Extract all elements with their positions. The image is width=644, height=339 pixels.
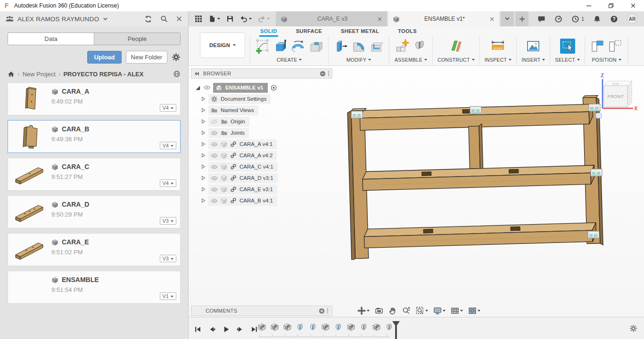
construct-dropdown[interactable]: CONSTRUCT (438, 57, 475, 63)
expand-arrow-icon[interactable] (200, 141, 206, 147)
viewcube[interactable]: Z X TOP FRONT (588, 70, 639, 124)
avatar[interactable]: AR (627, 14, 637, 24)
expand-arrow-icon[interactable] (200, 175, 206, 181)
expand-arrow-icon[interactable] (200, 130, 206, 136)
timeline-feature-link-icon[interactable] (346, 322, 356, 332)
expand-arrow-icon[interactable] (200, 198, 206, 203)
tree-component-cara-a-2[interactable]: CARA_A v4:2 (191, 150, 332, 161)
tree-component-cara-d[interactable]: CARA_D v3:1 (191, 172, 332, 184)
version-dropdown[interactable]: V3 (160, 255, 176, 262)
resize-grip[interactable] (327, 308, 328, 314)
save-button[interactable] (226, 15, 234, 23)
help-icon[interactable] (610, 15, 618, 23)
revolve-icon[interactable] (290, 38, 306, 54)
activate-component-icon[interactable] (270, 84, 277, 91)
timeline-step-forward-button[interactable] (237, 326, 244, 333)
eye-icon[interactable] (211, 163, 218, 170)
tab-data[interactable]: Data (8, 33, 94, 45)
capture-position-icon[interactable] (590, 38, 606, 54)
eye-off-icon[interactable] (211, 118, 218, 125)
insert-dropdown[interactable]: INSERT (521, 57, 545, 63)
timeline-step-back-button[interactable] (208, 326, 215, 333)
tree-component-cara-a-1[interactable]: CARA_A v4:1 (191, 138, 332, 150)
list-item-cara-a[interactable]: CARA_A 9:49:02 PM V4 (8, 82, 181, 115)
tree-component-cara-b[interactable]: CARA_B v4:1 (191, 195, 332, 206)
new-tab-button[interactable] (515, 11, 528, 26)
select-icon[interactable] (560, 38, 576, 54)
eye-icon[interactable] (211, 129, 218, 137)
zoom-button[interactable] (402, 307, 411, 315)
extrude-icon[interactable] (272, 38, 289, 54)
tree-node-origin[interactable]: Origin (191, 116, 332, 127)
fillet-icon[interactable] (351, 38, 367, 54)
comments-icon[interactable] (537, 15, 545, 23)
viewcube-home-icon[interactable] (596, 113, 602, 118)
list-item-cara-e[interactable]: CARA_E 9:51:02 PM V3 (8, 233, 181, 266)
comments-bar[interactable]: COMMENTS (191, 306, 332, 316)
version-dropdown[interactable]: V1 (160, 292, 176, 300)
timeline-feature-joint-icon[interactable] (359, 322, 369, 332)
insert-image-icon[interactable] (525, 38, 541, 54)
assemble-dropdown[interactable]: ASSEMBLE (395, 57, 427, 63)
tree-component-cara-e[interactable]: CARA_E v3:1 (191, 184, 332, 195)
workspace-dropdown[interactable]: DESIGN (200, 32, 245, 58)
expand-arrow-icon[interactable] (200, 164, 206, 170)
new-component-icon[interactable] (394, 38, 410, 54)
tab-surface[interactable]: SURFACE (295, 26, 323, 37)
globe-icon[interactable] (173, 70, 181, 78)
tab-solid[interactable]: SOLID (259, 26, 278, 37)
search-icon[interactable] (160, 15, 168, 23)
eye-icon[interactable] (211, 152, 218, 159)
collapse-arrow-icon[interactable] (195, 85, 201, 91)
expand-arrow-icon[interactable] (200, 153, 206, 158)
timeline-feature-link-icon[interactable] (270, 322, 280, 332)
look-at-button[interactable] (375, 307, 383, 315)
hole-icon[interactable] (307, 38, 323, 54)
create-sketch-icon[interactable] (255, 38, 271, 54)
home-icon[interactable] (8, 71, 15, 78)
expand-arrow-icon[interactable] (200, 107, 206, 113)
team-name[interactable]: ALEX RAMOS RAYMUNDO (17, 16, 99, 23)
app-menu-button[interactable] (195, 15, 202, 23)
doc-tab-cara-e[interactable]: CARA_E v3 (276, 11, 387, 26)
list-item-cara-b[interactable]: CARA_B 9:49:36 PM V4 (8, 120, 181, 153)
tab-list-dropdown[interactable] (501, 11, 514, 26)
timeline-feature-joint-icon[interactable] (333, 322, 343, 332)
timeline-feature-link-icon[interactable] (257, 322, 267, 332)
timeline-feature-link-icon[interactable] (321, 322, 330, 332)
tree-component-cara-c[interactable]: CARA_C v4:1 (191, 161, 332, 172)
job-status-icon[interactable] (554, 15, 562, 23)
tab-sheet-metal[interactable]: SHEET METAL (340, 26, 380, 37)
eye-icon[interactable] (211, 186, 218, 193)
revert-position-icon[interactable] (607, 38, 623, 54)
tree-node-document-settings[interactable]: Document Settings (191, 93, 332, 105)
new-design-button[interactable] (208, 15, 220, 23)
timeline-settings-gear-icon[interactable] (629, 324, 637, 332)
eye-icon[interactable] (211, 175, 218, 182)
tab-people[interactable]: People (94, 33, 180, 45)
expand-arrow-icon[interactable] (200, 186, 206, 192)
display-settings-button[interactable] (433, 307, 446, 315)
tab-tools[interactable]: TOOLS (397, 26, 418, 37)
refresh-icon[interactable] (144, 15, 152, 23)
minimize-browser-icon[interactable] (320, 71, 326, 77)
notifications-bell-icon[interactable] (593, 15, 601, 23)
eye-icon[interactable] (203, 84, 211, 91)
data-settings-gear-icon[interactable] (172, 53, 181, 62)
fit-button[interactable] (416, 307, 428, 315)
close-button[interactable] (622, 0, 644, 11)
tree-root-ensamble[interactable]: ENSAMBLE v1 (191, 82, 332, 93)
eye-icon[interactable] (211, 141, 218, 148)
list-item-cara-c[interactable]: CARA_C 9:51:27 PM V4 (8, 158, 181, 191)
viewports-button[interactable] (468, 307, 480, 315)
select-dropdown[interactable]: SELECT (555, 57, 580, 63)
upload-button[interactable]: Upload (87, 51, 121, 64)
redo-button[interactable] (258, 15, 270, 23)
minimize-button[interactable] (578, 0, 600, 11)
collapse-panel-icon[interactable] (194, 71, 199, 76)
restore-button[interactable] (600, 0, 622, 11)
version-history-icon[interactable]: 1 (571, 15, 584, 23)
list-item-cara-d[interactable]: CARA_D 9:50:29 PM V3 (8, 195, 181, 228)
pan-button[interactable] (388, 307, 397, 315)
orbit-button[interactable] (357, 307, 370, 315)
